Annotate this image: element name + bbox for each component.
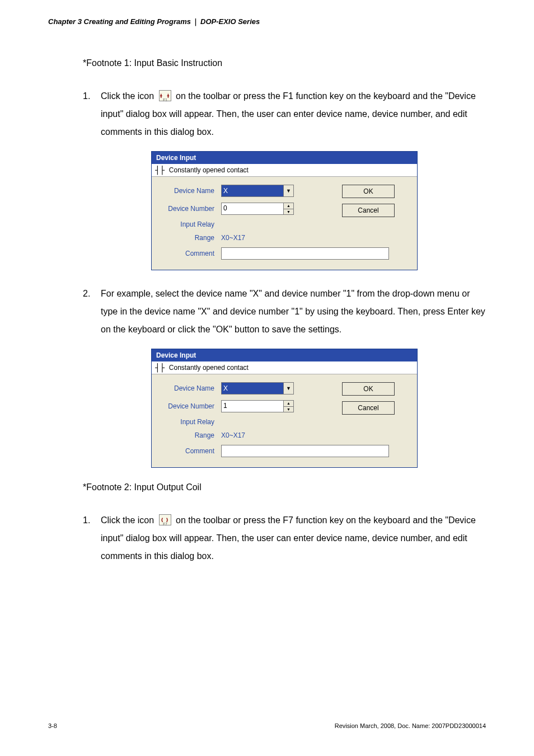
- text-pre: Click the icon: [101, 91, 157, 101]
- text-post: on the toolbar or press the F7 function …: [101, 515, 476, 561]
- text-post: on the toolbar or press the F1 function …: [101, 91, 476, 137]
- cancel-button[interactable]: Cancel: [342, 401, 395, 415]
- dialog-title: Device Input: [152, 349, 417, 361]
- spin-up-button[interactable]: ▲: [284, 203, 293, 209]
- range-label: Range: [160, 431, 221, 439]
- comment-label: Comment: [160, 447, 221, 455]
- footnote1-item-1: 1. Click the icon F1 on the toolbar or p…: [83, 87, 486, 141]
- device-name-value[interactable]: X: [222, 185, 283, 196]
- dialog-title: Device Input: [152, 152, 417, 164]
- dialog-subtitle: Constantly opened contact: [169, 166, 249, 174]
- spin-up-button[interactable]: ▲: [284, 401, 293, 407]
- device-name-label: Device Name: [160, 187, 221, 195]
- device-name-select[interactable]: X ▼: [221, 382, 294, 395]
- footnote-1-title: *Footnote 1: Input Basic Instruction: [83, 58, 486, 68]
- svg-text:F1: F1: [163, 98, 167, 102]
- list-number: 1.: [83, 87, 101, 141]
- dialog-subtitle-bar: ┤├ Constantly opened contact: [152, 361, 417, 374]
- device-input-dialog-2: Device Input ┤├ Constantly opened contac…: [151, 349, 418, 468]
- dialog-subtitle: Constantly opened contact: [169, 364, 249, 372]
- dropdown-button[interactable]: ▼: [283, 185, 293, 196]
- device-number-label: Device Number: [160, 205, 221, 213]
- revision-info: Revision March, 2008, Doc. Name: 2007PDD…: [335, 722, 486, 729]
- spin-down-button[interactable]: ▼: [284, 407, 293, 412]
- series-name: DOP-EXIO Series: [200, 17, 260, 26]
- device-number-value[interactable]: 1: [222, 401, 283, 412]
- list-number: 2.: [83, 285, 101, 339]
- list-number: 1.: [83, 511, 101, 565]
- page-header: Chapter 3 Creating and Editing Programs｜…: [48, 17, 486, 27]
- list-body: Click the icon F1 on the toolbar or pres…: [101, 87, 486, 141]
- device-number-spinner[interactable]: 1 ▲ ▼: [221, 400, 294, 412]
- device-name-label: Device Name: [160, 384, 221, 392]
- dialog-subtitle-bar: ┤├ Constantly opened contact: [152, 164, 417, 177]
- list-body: Click the icon F7 on the toolbar or pres…: [101, 511, 486, 565]
- comment-label: Comment: [160, 250, 221, 257]
- normally-open-contact-icon: ┤├: [155, 166, 165, 174]
- input-relay-label: Input Relay: [160, 418, 221, 426]
- comment-input[interactable]: [221, 445, 389, 457]
- svg-text:F7: F7: [163, 522, 167, 526]
- dropdown-button[interactable]: ▼: [283, 383, 293, 394]
- footnote1-item-2: 2. For example, select the device name "…: [83, 285, 486, 339]
- footnote-2-title: *Footnote 2: Input Output Coil: [83, 482, 486, 492]
- device-number-value[interactable]: 0: [222, 203, 283, 214]
- range-label: Range: [160, 234, 221, 242]
- f7-toolbar-icon: F7: [159, 514, 171, 525]
- ok-button[interactable]: OK: [342, 185, 395, 198]
- list-body: For example, select the device name "X" …: [101, 285, 486, 339]
- device-name-select[interactable]: X ▼: [221, 185, 294, 197]
- header-separator: ｜: [191, 17, 200, 26]
- range-value: X0~X17: [221, 431, 245, 439]
- page-number: 3-8: [48, 722, 57, 729]
- text-pre: Click the icon: [101, 515, 157, 525]
- cancel-button[interactable]: Cancel: [342, 204, 395, 217]
- input-relay-label: Input Relay: [160, 220, 221, 228]
- device-name-value[interactable]: X: [222, 383, 283, 394]
- normally-open-contact-icon: ┤├: [155, 364, 165, 372]
- spin-down-button[interactable]: ▼: [284, 209, 293, 215]
- device-number-spinner[interactable]: 0 ▲ ▼: [221, 203, 294, 215]
- comment-input[interactable]: [221, 247, 389, 260]
- device-input-dialog-1: Device Input ┤├ Constantly opened contac…: [151, 151, 418, 270]
- ok-button[interactable]: OK: [342, 382, 395, 396]
- page-footer: 3-8 Revision March, 2008, Doc. Name: 200…: [48, 722, 486, 729]
- device-number-label: Device Number: [160, 402, 221, 410]
- range-value: X0~X17: [221, 234, 245, 242]
- chapter-title: Chapter 3 Creating and Editing Programs: [48, 17, 191, 26]
- footnote2-item-1: 1. Click the icon F7 on the toolbar or p…: [83, 511, 486, 565]
- f1-toolbar-icon: F1: [159, 90, 171, 101]
